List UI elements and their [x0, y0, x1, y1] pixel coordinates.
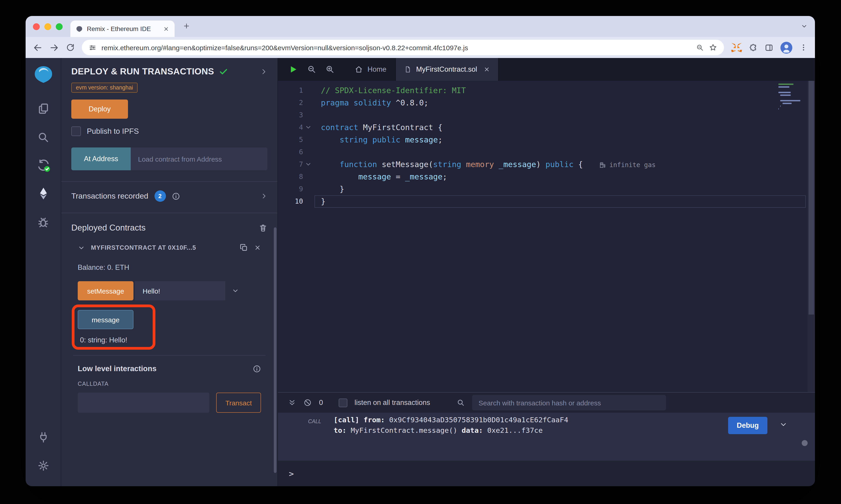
code-line-4[interactable]: 4contract MyFirstContract { [278, 122, 815, 134]
deployed-contract-card: MYFIRSTCONTRACT AT 0X10F...5 Balance: 0.… [71, 243, 268, 413]
minimap-line [783, 103, 792, 104]
log-data-value: 0xe21...f37ce [487, 426, 543, 435]
settings-icon[interactable] [25, 451, 61, 480]
browser-titlebar: Remix - Ethereum IDE [25, 16, 815, 37]
transactions-info-icon[interactable] [172, 192, 180, 200]
low-level-header: Low level interactions [78, 364, 261, 373]
code-line-9[interactable]: 9 } [278, 183, 815, 195]
code-line-1[interactable]: 1// SPDX-License-Identifier: MIT [278, 85, 815, 97]
code-line-8[interactable]: 8 message = _message; [278, 171, 815, 183]
code-line-3[interactable]: 3 [278, 109, 815, 122]
code-line-10[interactable]: 10} [278, 195, 815, 208]
evm-version-badge: evm version: shanghai [71, 83, 138, 93]
message-button[interactable]: message [78, 310, 134, 329]
remix-app: DEPLOY & RUN TRANSACTIONS evm version: s… [25, 58, 815, 486]
bookmark-star-icon[interactable] [709, 43, 717, 52]
calldata-label: CALLDATA [78, 381, 261, 387]
search-icon[interactable] [25, 123, 61, 151]
set-message-button[interactable]: setMessage [78, 281, 134, 300]
extensions-icon[interactable] [749, 43, 758, 52]
site-settings-icon[interactable] [89, 43, 97, 51]
set-message-input[interactable] [135, 281, 225, 300]
calldata-input[interactable] [78, 393, 209, 413]
expand-args-icon[interactable] [232, 287, 239, 294]
file-explorer-icon[interactable] [25, 94, 61, 123]
maximize-window-button[interactable] [56, 23, 63, 30]
expand-log-icon[interactable] [779, 420, 788, 429]
code-line-7[interactable]: 7 function setMessage(string memory _mes… [278, 158, 815, 171]
editor-scrollbar-thumb[interactable] [809, 81, 814, 314]
tab-home[interactable]: Home [345, 58, 396, 81]
at-address-button[interactable]: At Address [71, 147, 131, 170]
contract-card-header[interactable]: MYFIRSTCONTRACT AT 0X10F...5 [78, 243, 261, 252]
side-panel: DEPLOY & RUN TRANSACTIONS evm version: s… [61, 58, 278, 486]
code-line-5[interactable]: 5 string public message; [278, 134, 815, 146]
transactions-expand-icon[interactable] [260, 193, 268, 199]
tab-search-chevron-icon[interactable] [801, 23, 808, 30]
zoom-icon[interactable] [696, 43, 704, 51]
forward-button[interactable] [49, 43, 59, 52]
contract-balance: Balance: 0. ETH [78, 264, 261, 272]
minimap-line [780, 106, 781, 107]
reload-button[interactable] [66, 43, 75, 52]
browser-toolbar: remix.ethereum.org/#lang=en&optimize=fal… [25, 37, 815, 58]
code-editor[interactable]: 1// SPDX-License-Identifier: MIT2pragma … [278, 81, 815, 392]
terminal-search-icon [457, 398, 465, 407]
line-number: 4 [278, 122, 314, 134]
editor-scrollbar[interactable] [808, 81, 815, 392]
deployed-contracts-title: Deployed Contracts [71, 223, 145, 233]
plugin-manager-icon[interactable] [25, 423, 61, 451]
zoom-in-icon[interactable] [325, 65, 334, 74]
debug-button[interactable]: Debug [728, 417, 768, 434]
zoom-out-icon[interactable] [307, 65, 316, 74]
listen-transactions-checkbox[interactable] [339, 398, 347, 407]
solidity-compiler-icon[interactable] [25, 151, 61, 179]
remove-contract-icon[interactable] [254, 244, 261, 251]
minimap-line [778, 108, 779, 110]
collapse-contract-icon[interactable] [78, 244, 85, 251]
panel-expand-icon[interactable] [260, 68, 268, 75]
close-window-button[interactable] [33, 23, 40, 30]
url-bar[interactable]: remix.ethereum.org/#lang=en&optimize=fal… [82, 40, 724, 55]
profile-avatar[interactable] [780, 41, 792, 54]
code-text [314, 109, 321, 122]
minimize-window-button[interactable] [44, 23, 51, 30]
code-text: } [314, 195, 326, 208]
panel-scrollbar[interactable] [274, 58, 277, 486]
panel-scrollbar-thumb[interactable] [274, 227, 276, 473]
new-tab-button[interactable] [183, 22, 190, 30]
transact-button[interactable]: Transact [216, 393, 261, 413]
clear-contracts-icon[interactable] [259, 223, 268, 232]
low-level-info-icon[interactable] [253, 364, 261, 373]
metamask-extension-icon[interactable] [731, 42, 742, 53]
log-data-key: data: [462, 426, 483, 435]
deploy-button[interactable]: Deploy [71, 100, 128, 119]
deploy-run-icon[interactable] [25, 179, 61, 208]
transactions-recorded-row: Transactions recorded 2 [71, 191, 268, 202]
at-address-input[interactable] [131, 147, 268, 170]
code-text: function setMessage(string memory _messa… [314, 158, 656, 171]
clear-console-icon[interactable] [304, 398, 312, 407]
run-script-icon[interactable] [288, 65, 298, 74]
browser-menu-icon[interactable] [800, 43, 808, 52]
terminal-search-input[interactable] [472, 395, 666, 410]
code-line-2[interactable]: 2pragma solidity ^0.8.0; [278, 97, 815, 109]
copy-address-icon[interactable] [240, 243, 248, 252]
terminal-prompt[interactable]: > [278, 461, 815, 486]
tab-myfirstcontract[interactable]: MyFirstContract.sol [396, 58, 499, 81]
side-panel-icon[interactable] [765, 43, 773, 52]
remix-logo[interactable] [33, 65, 53, 85]
panel-title: DEPLOY & RUN TRANSACTIONS [71, 66, 214, 77]
tab-close-icon[interactable] [163, 26, 169, 32]
code-line-6[interactable]: 6 [278, 146, 815, 158]
terminal-toolbar: 0 listen on all transactions [278, 393, 815, 413]
close-tab-icon[interactable] [484, 66, 490, 73]
back-button[interactable] [33, 43, 42, 52]
browser-tab[interactable]: Remix - Ethereum IDE [70, 20, 175, 37]
calldata-row: Transact [78, 393, 261, 413]
line-number: 6 [278, 146, 314, 158]
debugger-icon[interactable] [25, 208, 61, 236]
collapse-terminal-icon[interactable] [288, 398, 296, 407]
minimap[interactable] [778, 84, 805, 110]
publish-ipfs-checkbox[interactable] [71, 126, 81, 136]
